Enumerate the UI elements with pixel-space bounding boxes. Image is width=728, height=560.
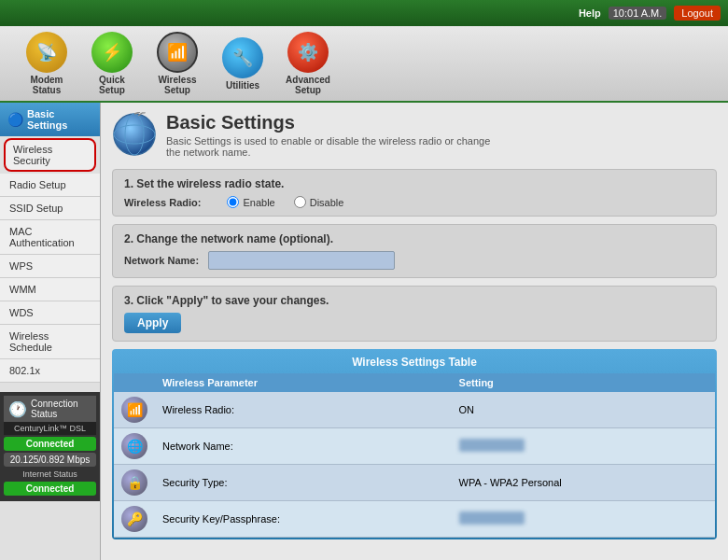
network-name-input[interactable] (208, 251, 395, 270)
sidebar-item-wireless-schedule[interactable]: Wireless Schedule (0, 325, 100, 359)
nav-modem-status[interactable]: 📡 ModemStatus (19, 32, 75, 95)
section3-title: 3. Click "Apply" to save your changes. (124, 294, 705, 307)
table-row: 🔑Security Key/Passphrase: (114, 501, 715, 538)
internet-status-badge: Connected (4, 482, 96, 496)
logout-button[interactable]: Logout (674, 6, 721, 21)
section2-title: 2. Change the network name (optional). (124, 232, 705, 245)
sidebar-header-label: Basic Settings (27, 108, 92, 131)
wst-row-setting (452, 501, 715, 538)
sidebar-item-wds[interactable]: WDS (0, 301, 100, 325)
connection-status-title: 🕐 ConnectionStatus (4, 396, 96, 422)
table-row: 📶Wireless Radio:ON (114, 392, 715, 428)
help-link[interactable]: Help (579, 7, 601, 19)
enable-radio-option[interactable]: Enable (227, 196, 274, 208)
section3-box: 3. Click "Apply" to save your changes. A… (112, 286, 717, 342)
wst-row-icon: 🌐 (114, 428, 155, 465)
main-layout: 🔵 Basic Settings Wireless Security Radio… (0, 103, 728, 560)
internet-status-label: Internet Status (4, 469, 96, 480)
enable-radio-input[interactable] (227, 196, 239, 208)
wst-row-setting: ON (452, 392, 715, 428)
nav-wireless-setup-label: WirelessSetup (158, 75, 196, 95)
wst-row-param: Network Name: (155, 428, 452, 465)
nav-bar: 📡 ModemStatus ⚡ QuickSetup 📶 WirelessSet… (0, 26, 728, 103)
section1-title: 1. Set the wireless radio state. (124, 177, 705, 190)
disable-radio-option[interactable]: Disable (294, 196, 344, 208)
sidebar-item-ssid-setup[interactable]: SSID Setup (0, 197, 100, 220)
sidebar-header: 🔵 Basic Settings (0, 103, 100, 136)
connection-speed: 20.125/0.892 Mbps (4, 453, 96, 467)
sidebar-item-radio-setup[interactable]: Radio Setup (0, 174, 100, 197)
disable-label: Disable (310, 197, 344, 208)
wireless-radio-row: Wireless Radio: Enable Disable (124, 196, 705, 208)
table-row: 🔒Security Type:WPA - WPA2 Personal (114, 465, 715, 501)
wireless-settings-table-container: Wireless Settings Table Wireless Paramet… (112, 349, 717, 539)
section2-box: 2. Change the network name (optional). N… (112, 224, 717, 278)
sidebar-item-wps[interactable]: WPS (0, 255, 100, 278)
wst-row-param: Wireless Radio: (155, 392, 452, 428)
sidebar-item-8021x[interactable]: 802.1x (0, 359, 100, 383)
svg-line-5 (134, 112, 140, 114)
disable-radio-input[interactable] (294, 196, 306, 208)
wireless-radio-label: Wireless Radio: (124, 197, 201, 208)
sidebar: 🔵 Basic Settings Wireless Security Radio… (0, 103, 101, 560)
table-row: 🌐Network Name: (114, 428, 715, 465)
apply-button[interactable]: Apply (124, 313, 181, 333)
top-bar: Help 10:01 A.M. Logout (0, 0, 728, 26)
sidebar-item-mac-auth[interactable]: MAC Authentication (0, 220, 100, 255)
clock: 10:01 A.M. (609, 7, 667, 20)
wst-col-param: Wireless Parameter (155, 373, 452, 392)
nav-utilities[interactable]: 🔧 Utilities (215, 37, 271, 91)
wst-row-setting: WPA - WPA2 Personal (452, 465, 715, 501)
main-content: Basic Settings Basic Settings is used to… (101, 103, 728, 560)
nav-advanced-setup-label: AdvancedSetup (286, 75, 330, 95)
nav-wireless-setup[interactable]: 📶 WirelessSetup (149, 32, 205, 95)
network-name-row: Network Name: (124, 251, 705, 270)
enable-label: Enable (243, 197, 274, 208)
section1-box: 1. Set the wireless radio state. Wireles… (112, 169, 717, 217)
wst-col-icon (114, 373, 155, 392)
page-icon (112, 112, 157, 157)
sidebar-item-wireless-security[interactable]: Wireless Security (4, 138, 96, 172)
connection-status-box: 🕐 ConnectionStatus CenturyLink™ DSL Conn… (0, 392, 100, 501)
wireless-settings-table: Wireless Parameter Setting 📶Wireless Rad… (114, 373, 715, 538)
page-header: Basic Settings Basic Settings is used to… (112, 112, 717, 158)
page-title-section: Basic Settings Basic Settings is used to… (166, 112, 502, 158)
wst-col-setting: Setting (452, 373, 715, 392)
nav-quick-setup-label: QuickSetup (99, 75, 125, 95)
nav-quick-setup[interactable]: ⚡ QuickSetup (84, 32, 140, 95)
nav-advanced-setup[interactable]: ⚙️ AdvancedSetup (280, 32, 336, 95)
wst-title: Wireless Settings Table (114, 351, 715, 373)
network-name-label: Network Name: (124, 255, 199, 266)
sidebar-item-wmm[interactable]: WMM (0, 278, 100, 301)
wst-row-setting (452, 428, 715, 465)
nav-modem-status-label: ModemStatus (31, 75, 63, 95)
page-desc: Basic Settings is used to enable or disa… (166, 135, 502, 158)
wst-row-icon: 🔒 (114, 465, 155, 501)
svg-point-0 (114, 114, 155, 155)
connection-status-label: ConnectionStatus (31, 399, 78, 419)
wst-row-icon: 🔑 (114, 501, 155, 538)
wst-row-param: Security Type: (155, 465, 452, 501)
page-title: Basic Settings (166, 112, 502, 133)
wst-row-param: Security Key/Passphrase: (155, 501, 452, 538)
wst-row-icon: 📶 (114, 392, 155, 428)
nav-utilities-label: Utilities (226, 80, 259, 91)
isp-label: CenturyLink™ DSL (4, 422, 96, 435)
connection-status-badge: Connected (4, 437, 96, 451)
